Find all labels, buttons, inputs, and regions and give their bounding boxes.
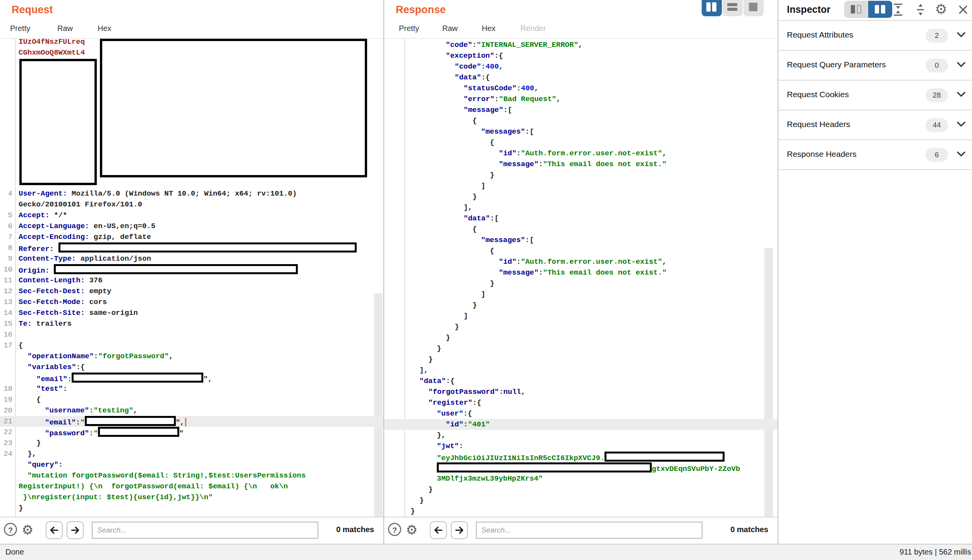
code-line[interactable]: "message":"This email does not exist." bbox=[384, 267, 778, 278]
code-line[interactable]: ], bbox=[384, 365, 778, 376]
code-line[interactable]: 10Origin: bbox=[0, 264, 383, 275]
code-line[interactable]: "exception":{ bbox=[384, 50, 778, 61]
code-line[interactable]: }, bbox=[384, 430, 778, 441]
code-line[interactable]: ] bbox=[384, 289, 778, 300]
code-line[interactable]: ], bbox=[384, 202, 778, 213]
code-line[interactable]: { bbox=[384, 137, 778, 148]
code-line[interactable]: 7Accept-Encoding: gzip, deflate bbox=[0, 232, 383, 242]
inspector-section-response-headers[interactable]: Response Headers6 bbox=[778, 139, 972, 170]
code-line[interactable]: 23} bbox=[0, 438, 383, 448]
code-line[interactable]: gtxvDEqnSVuPbY-2ZoVb bbox=[384, 462, 778, 473]
code-line[interactable]: 3MDlfjx3mzwL39ybHp2Krs4" bbox=[384, 473, 778, 484]
inspector-settings-gear-icon[interactable]: ⚙ bbox=[935, 1, 947, 18]
code-line[interactable]: 8Referer: bbox=[0, 242, 383, 253]
code-line[interactable]: 13Sec-Fetch-Mode: cors bbox=[0, 297, 383, 307]
code-line[interactable]: { bbox=[384, 115, 778, 126]
code-line[interactable]: } bbox=[384, 343, 778, 354]
code-line[interactable]: "data":{ bbox=[384, 376, 778, 387]
code-line[interactable]: "query": bbox=[0, 459, 383, 470]
code-line[interactable]: 9Content-Type: application/json bbox=[0, 253, 383, 264]
response-editor[interactable]: "code":"INTERNAL_SERVER_ERROR","exceptio… bbox=[384, 39, 778, 517]
code-line[interactable]: } bbox=[384, 506, 778, 517]
code-line[interactable]: 4User-Agent: Mozilla/5.0 (Windows NT 10.… bbox=[0, 188, 383, 199]
layout-single-icon[interactable] bbox=[744, 0, 764, 16]
help-icon[interactable]: ? bbox=[388, 523, 401, 536]
code-line[interactable]: } bbox=[384, 484, 778, 495]
code-line[interactable]: "data":[ bbox=[384, 213, 778, 224]
code-line[interactable]: 12Sec-Fetch-Dest: empty bbox=[0, 286, 383, 297]
inspector-section-request-headers[interactable]: Request Headers44 bbox=[778, 110, 972, 140]
tab-response-hex[interactable]: Hex bbox=[482, 24, 496, 33]
code-line[interactable]: } bbox=[384, 495, 778, 506]
code-line[interactable]: { bbox=[384, 246, 778, 256]
code-line[interactable]: "forgotPassword":null, bbox=[384, 387, 778, 397]
code-line[interactable]: "message":"This email does not exist." bbox=[384, 159, 778, 170]
code-line[interactable]: Gecko/20100101 Firefox/101.0 bbox=[0, 199, 383, 210]
code-line[interactable]: 20"username":"testing", bbox=[0, 405, 383, 416]
code-line[interactable]: 19{ bbox=[0, 394, 383, 405]
code-line[interactable]: "email":", bbox=[0, 373, 383, 383]
code-line[interactable]: "user":{ bbox=[384, 408, 778, 419]
code-line[interactable]: "code":400, bbox=[384, 61, 778, 72]
code-line[interactable]: "messages":[ bbox=[384, 235, 778, 246]
tab-request-raw[interactable]: Raw bbox=[57, 24, 73, 33]
search-settings-gear-icon[interactable]: ⚙ bbox=[22, 521, 33, 538]
layout-stacked-icon[interactable] bbox=[723, 0, 743, 16]
code-line[interactable]: "operationName":"forgotPassword", bbox=[0, 351, 383, 362]
code-line[interactable]: } bbox=[384, 170, 778, 180]
tab-response-pretty[interactable]: Pretty bbox=[399, 24, 419, 33]
code-line[interactable]: 11Content-Length: 376 bbox=[0, 275, 383, 286]
code-line[interactable]: { bbox=[384, 224, 778, 235]
code-line[interactable]: "message":[ bbox=[384, 105, 778, 115]
code-line[interactable]: CGhxmOoQ8WXmtL4 bbox=[0, 47, 383, 58]
inspector-close-icon[interactable] bbox=[958, 5, 968, 16]
code-line[interactable]: } bbox=[384, 300, 778, 311]
code-line[interactable]: } bbox=[384, 354, 778, 365]
code-line[interactable]: "variables":{ bbox=[0, 362, 383, 373]
collapse-all-icon[interactable] bbox=[892, 3, 904, 18]
chevron-down-icon[interactable] bbox=[957, 91, 966, 99]
code-line[interactable]: "data":{ bbox=[384, 72, 778, 83]
response-search-input[interactable] bbox=[476, 522, 702, 539]
code-line[interactable]: 22"password":"" bbox=[0, 427, 383, 438]
code-line[interactable]: "id":"401" bbox=[384, 419, 778, 430]
chevron-down-icon[interactable] bbox=[957, 62, 966, 69]
code-line[interactable]: }\nregister(input: $test){user{id},jwt}}… bbox=[0, 492, 383, 503]
next-match-button[interactable] bbox=[451, 521, 468, 539]
inspector-dock-right-icon[interactable] bbox=[868, 1, 892, 18]
code-line[interactable]: 6Accept-Language: en-US,en;q=0.5 bbox=[0, 221, 383, 232]
request-editor[interactable]: IUzO4fNszFULreqCGhxmOoQ8WXmtL44User-Agen… bbox=[0, 39, 383, 517]
code-line[interactable]: 24}, bbox=[0, 448, 383, 459]
code-line[interactable]: 16 bbox=[0, 329, 383, 340]
code-line[interactable]: 5Accept: */* bbox=[0, 210, 383, 221]
code-line[interactable]: 17{ bbox=[0, 340, 383, 351]
code-line[interactable]: "error":"Bad Request", bbox=[384, 94, 778, 105]
code-line[interactable]: } bbox=[0, 503, 383, 514]
code-line[interactable]: IUzO4fNszFULreq bbox=[0, 39, 383, 47]
inspector-section-request-cookies[interactable]: Request Cookies28 bbox=[778, 80, 972, 110]
tab-request-hex[interactable]: Hex bbox=[98, 24, 112, 33]
code-line[interactable]: RegisterInput!) {\n forgotPassword(email… bbox=[0, 481, 383, 492]
chevron-down-icon[interactable] bbox=[957, 121, 966, 129]
code-line[interactable]: "register":{ bbox=[384, 397, 778, 408]
code-line[interactable]: ] bbox=[384, 180, 778, 191]
tab-request-pretty[interactable]: Pretty bbox=[10, 24, 30, 33]
search-settings-gear-icon[interactable]: ⚙ bbox=[406, 521, 417, 538]
chevron-down-icon[interactable] bbox=[957, 151, 966, 159]
inspector-section-request-attributes[interactable]: Request Attributes2 bbox=[778, 20, 972, 51]
code-line[interactable]: } bbox=[384, 278, 778, 289]
code-line[interactable]: "statusCode":400, bbox=[384, 83, 778, 94]
code-line[interactable]: "id":"Auth.form.error.user.not-exist", bbox=[384, 256, 778, 267]
code-line[interactable]: "messages":[ bbox=[384, 126, 778, 137]
code-line[interactable]: 15Te: trailers bbox=[0, 318, 383, 329]
previous-match-button[interactable] bbox=[430, 521, 447, 539]
tab-response-render[interactable]: Render bbox=[520, 24, 546, 33]
code-line[interactable]: } bbox=[384, 191, 778, 202]
expand-all-icon[interactable] bbox=[915, 3, 926, 18]
code-line[interactable]: "mutation forgotPassword($email: String!… bbox=[0, 470, 383, 481]
code-line[interactable]: 14Sec-Fetch-Site: same-origin bbox=[0, 307, 383, 318]
code-line[interactable]: } bbox=[384, 321, 778, 332]
code-line[interactable]: "id":"Auth.form.error.user.not-exist", bbox=[384, 148, 778, 159]
help-icon[interactable]: ? bbox=[4, 523, 17, 536]
previous-match-button[interactable] bbox=[46, 521, 63, 539]
